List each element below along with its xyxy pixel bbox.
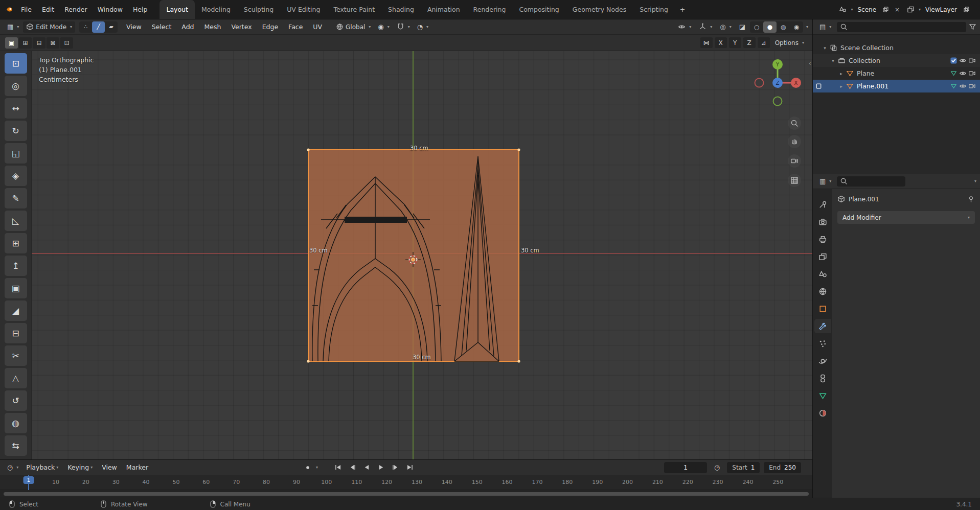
unlink-scene-button[interactable]: × bbox=[893, 5, 902, 14]
axis-neg-y-handle[interactable] bbox=[773, 97, 782, 106]
auto-keying-button[interactable] bbox=[301, 462, 314, 473]
current-frame-field[interactable]: 1 bbox=[664, 462, 707, 473]
sidebar-collapse-arrow[interactable]: ‹ bbox=[809, 59, 811, 67]
material-tab[interactable] bbox=[814, 406, 831, 420]
mesh-band-face[interactable] bbox=[345, 217, 407, 223]
object-data-tab[interactable] bbox=[814, 388, 831, 403]
constraints-tab[interactable] bbox=[814, 371, 831, 385]
menu-uv[interactable]: UV bbox=[308, 21, 327, 33]
view-layer-tab[interactable] bbox=[814, 249, 831, 264]
measure-tool[interactable]: ◺ bbox=[5, 211, 27, 231]
snap-toggle-button[interactable]: ▾ bbox=[394, 21, 413, 33]
play-button[interactable] bbox=[374, 462, 388, 473]
modifiers-tab[interactable] bbox=[814, 319, 831, 333]
visibility-dropdown[interactable]: ▾ bbox=[675, 21, 694, 33]
play-reverse-button[interactable] bbox=[360, 462, 373, 473]
add-cube-tool[interactable]: ⊞ bbox=[5, 233, 27, 253]
scene-tab[interactable] bbox=[814, 267, 831, 281]
timeline-editor-type-button[interactable]: ◷▾ bbox=[4, 462, 21, 473]
menu-file[interactable]: File bbox=[16, 0, 37, 19]
timeline-scrollbar[interactable] bbox=[0, 490, 812, 498]
edge-select-button[interactable]: ╱ bbox=[92, 21, 105, 33]
pin-icon[interactable] bbox=[967, 195, 975, 203]
knife-tool[interactable]: ✂ bbox=[5, 345, 27, 366]
viewport-canvas[interactable]: Top Orthographic (1) Plane.001 Centimete… bbox=[32, 51, 812, 459]
disclosure-arrow[interactable]: ▾ bbox=[821, 45, 829, 51]
workspace-tab-shading[interactable]: Shading bbox=[381, 0, 421, 19]
menu-vertex[interactable]: Vertex bbox=[226, 21, 256, 33]
new-scene-button[interactable] bbox=[881, 5, 890, 14]
menu-keying[interactable]: Keying▾ bbox=[63, 462, 97, 473]
select-extend-button[interactable]: ⊞ bbox=[19, 37, 32, 49]
menu-marker[interactable]: Marker bbox=[122, 462, 153, 473]
xray-toggle-button[interactable]: ◪ bbox=[736, 21, 748, 33]
properties-search-input[interactable] bbox=[837, 176, 905, 187]
use-preview-range-button[interactable]: ◷ bbox=[711, 462, 723, 473]
menu-mesh[interactable]: Mesh bbox=[200, 21, 226, 33]
camera-icon[interactable] bbox=[967, 69, 976, 77]
blender-logo-icon[interactable] bbox=[5, 6, 13, 13]
auto-keying-dropdown-icon[interactable]: ▾ bbox=[316, 465, 318, 470]
prev-keyframe-button[interactable] bbox=[346, 462, 359, 473]
cursor-tool[interactable]: ◎ bbox=[5, 76, 27, 96]
menu-select[interactable]: Select bbox=[147, 21, 176, 33]
navigation-gizmo[interactable]: Y X Z bbox=[747, 52, 808, 113]
world-tab[interactable] bbox=[814, 284, 831, 298]
pivot-point-dropdown[interactable]: ◉▾ bbox=[375, 21, 392, 33]
physics-tab[interactable] bbox=[814, 354, 831, 368]
annotate-tool[interactable]: ✎ bbox=[5, 188, 27, 208]
view-layer-selector[interactable]: ▾ ViewLayer bbox=[907, 5, 971, 14]
select-box-tool[interactable]: ⊡ bbox=[5, 53, 27, 74]
outliner-editor-type-button[interactable]: ▤▾ bbox=[816, 21, 834, 33]
add-workspace-button[interactable]: + bbox=[675, 0, 690, 19]
loop-cut-tool[interactable]: ⊟ bbox=[5, 323, 27, 343]
snap-target-icon[interactable]: ⊿ bbox=[758, 37, 770, 48]
particles-tab[interactable] bbox=[814, 336, 831, 351]
mirror-x-button[interactable]: X bbox=[715, 37, 727, 48]
menu-help[interactable]: Help bbox=[128, 0, 153, 19]
add-modifier-dropdown[interactable]: Add Modifier ▾ bbox=[837, 211, 975, 224]
properties-editor-type-button[interactable]: ▥▾ bbox=[816, 176, 834, 187]
jump-to-end-button[interactable] bbox=[403, 462, 416, 473]
properties-filter-dropdown-icon[interactable]: ▾ bbox=[974, 179, 976, 183]
eye-icon[interactable] bbox=[958, 69, 967, 77]
extrude-region-tool[interactable]: ↥ bbox=[5, 256, 27, 276]
check-icon[interactable] bbox=[949, 57, 958, 64]
menu-playback[interactable]: Playback▾ bbox=[21, 462, 63, 473]
next-keyframe-button[interactable] bbox=[389, 462, 402, 473]
mirror-z-button[interactable]: Z bbox=[743, 37, 756, 48]
new-view-layer-button[interactable] bbox=[962, 5, 971, 14]
camera-icon[interactable] bbox=[967, 82, 976, 90]
frame-start-field[interactable]: Start1 bbox=[727, 462, 760, 473]
workspace-tab-uv-editing[interactable]: UV Editing bbox=[280, 0, 327, 19]
menu-face[interactable]: Face bbox=[284, 21, 307, 33]
rotate-tool[interactable]: ↻ bbox=[5, 121, 27, 141]
workspace-tab-animation[interactable]: Animation bbox=[421, 0, 467, 19]
solid-shading-button[interactable]: ● bbox=[763, 21, 777, 33]
frame-end-field[interactable]: End250 bbox=[764, 462, 801, 473]
menu-edge[interactable]: Edge bbox=[258, 21, 283, 33]
transform-orientation-dropdown[interactable]: Global ▾ bbox=[333, 21, 374, 33]
vertex-select-button[interactable]: ∴ bbox=[79, 21, 92, 33]
workspace-tab-texture-paint[interactable]: Texture Paint bbox=[327, 0, 381, 19]
timeline-ruler[interactable]: 1 10203040506070809010011012013014015016… bbox=[0, 475, 812, 490]
output-tab[interactable] bbox=[814, 232, 831, 246]
tool-tab[interactable] bbox=[814, 197, 831, 212]
mirror-y-button[interactable]: Y bbox=[729, 37, 741, 48]
workspace-tab-modeling[interactable]: Modeling bbox=[195, 0, 237, 19]
select-set-button[interactable]: ▣ bbox=[5, 37, 18, 49]
menu-add[interactable]: Add bbox=[177, 21, 198, 33]
playhead[interactable]: 1 bbox=[24, 476, 34, 484]
menu-window[interactable]: Window bbox=[93, 0, 128, 19]
outliner-row-collection[interactable]: ▾Collection bbox=[813, 54, 980, 67]
transform-tool[interactable]: ◈ bbox=[5, 166, 27, 186]
select-subtract-button[interactable]: ⊟ bbox=[33, 37, 45, 49]
inset-faces-tool[interactable]: ▣ bbox=[5, 278, 27, 298]
select-invert-button[interactable]: ⊠ bbox=[47, 37, 59, 49]
move-tool[interactable]: ↔ bbox=[5, 98, 27, 119]
disclosure-arrow[interactable]: ▸ bbox=[837, 71, 845, 76]
editor-type-button[interactable]: ▦▾ bbox=[4, 21, 22, 33]
overlays-dropdown[interactable]: ◎▾ bbox=[717, 21, 734, 33]
camera-icon[interactable] bbox=[967, 57, 976, 64]
smooth-tool[interactable]: ◍ bbox=[5, 413, 27, 433]
